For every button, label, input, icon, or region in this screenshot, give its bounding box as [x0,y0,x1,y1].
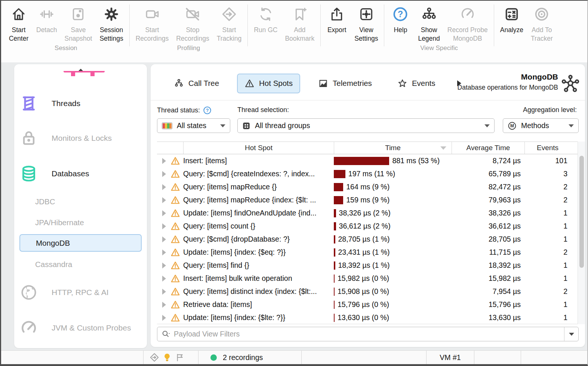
column-header-expander[interactable] [157,142,183,154]
sidebar-item-threads[interactable]: Threads [19,92,142,115]
sidebar-item-cassandra: Cassandra [19,257,142,272]
events-cell: 2 [524,183,570,191]
lightbulb-icon[interactable] [161,353,173,362]
warning-icon [170,248,180,257]
help-icon: ? [392,6,408,22]
toolbar-group: AnalyzeAdd To Tracker [496,1,557,54]
thread-selection-dropdown[interactable]: All thread groups [237,118,495,133]
toolbar-group: Start CenterDetachSave SnapshotSession S… [5,1,127,54]
lock-icon [20,129,38,147]
hot-spot-cell: Update: [items] findOneAndUpdate {ind... [183,209,334,217]
column-header-events[interactable]: Events [524,142,570,154]
table-row[interactable]: Query: [items] count {}36,612 µs (2 %)36… [157,220,579,233]
help-circle-icon[interactable]: ? [203,106,212,115]
expand-row-icon[interactable] [162,184,166,190]
time-cell: 28,705 µs (1 %) [334,235,452,244]
export-button[interactable]: Export [323,1,351,34]
status-segment-empty [474,351,521,364]
sidebar-item-label: Databases [52,169,89,178]
analyze-button[interactable]: Analyze [496,1,527,34]
table-row[interactable]: Query: [items] distinct index {index: {$… [157,285,579,298]
sidebar-item-databases[interactable]: Databases [19,162,142,185]
time-cell: 15,796 µs (0 %) [334,300,452,309]
table-row[interactable]: Retrieve data: [items]15,796 µs (0 %)15,… [157,298,579,311]
app-window: Start CenterDetachSave SnapshotSession S… [0,0,588,366]
table-header: Hot SpotTimeAverage TimeEvents [157,142,579,154]
column-header-hot-spot[interactable]: Hot Spot [183,142,334,154]
events-cell: 2 [524,248,570,257]
table-row[interactable]: Update: [items] {index: {$eq: ?}}23,431 … [157,246,579,259]
column-header-label: Average Time [467,144,510,152]
detach-button: Detach [33,1,61,34]
start-center-button[interactable]: Start Center [5,1,33,43]
session-settings-button[interactable]: Session Settings [96,1,127,43]
table-row[interactable]: Insert: [items]881 ms (53 %)8,724 µs101 [157,154,579,167]
average-time-cell: 18,392 µs [452,261,524,270]
table-row[interactable]: Update: [items] findOneAndUpdate {ind...… [157,207,579,220]
expand-row-icon[interactable] [162,263,166,269]
sidebar-item-label: JPA/Hibernate [35,218,84,227]
table-row[interactable]: Query: [items] find {}18,392 µs (1 %)18,… [157,259,579,272]
main-view-card: Call TreeHot SpotsTelemetriesEvents Mong… [151,64,585,347]
time-cell: 18,392 µs (1 %) [334,261,452,270]
filter-dropdown-button[interactable] [564,327,578,341]
expand-row-icon[interactable] [162,210,166,216]
database-icon [19,164,38,183]
expand-row-icon[interactable] [162,249,166,255]
table-row[interactable]: Query: [items] mapReduce {}164 ms (9 %)8… [157,180,579,193]
table-row[interactable]: Query: [items] mapReduce {index: {$lt: .… [157,193,579,207]
scrollbar-thumb[interactable] [579,156,584,268]
thread-status-dropdown[interactable]: All states [157,118,230,133]
time-bar [334,248,335,257]
hot-spots-table: Hot SpotTimeAverage TimeEvents Insert: [… [157,142,579,324]
time-cell: 23,431 µs (1 %) [334,248,452,257]
table-row[interactable]: Update: [items] {index: {$lte: ?}}13,630… [157,311,579,324]
expand-row-icon[interactable] [162,302,166,308]
expand-row-icon[interactable] [162,223,166,229]
expand-row-icon[interactable] [162,171,166,177]
average-time-cell: 38,326 µs [452,209,524,217]
expand-row-icon[interactable] [162,315,166,321]
sidebar-item-jpa-hibernate: JPA/Hibernate [19,215,142,230]
table-row[interactable]: Query: [$cmd] {createIndexes: ?, index..… [157,167,579,180]
hot-spot-cell: Query: [items] mapReduce {index: {$lt: .… [183,196,334,204]
average-time-cell: 15,982 µs [452,274,524,283]
column-header-time[interactable]: Time [334,142,452,154]
telemetries-icon [318,78,328,89]
tracking-status-icon[interactable] [148,353,161,362]
recording-indicator-dot [210,354,217,361]
detach-icon [39,6,55,22]
events-cell: 1 [524,300,570,309]
table-row[interactable]: Query: [$cmd] {dropDatabase: ?}28,705 µs… [157,233,579,246]
tab-label: Hot Spots [259,79,293,88]
chevron-down-icon [569,124,574,127]
help-button[interactable]: ?Help [387,1,414,34]
expand-row-icon[interactable] [162,236,166,242]
table-row[interactable]: Insert: [items] bulk write operation15,9… [157,272,579,285]
gc-icon [258,6,274,22]
tab-hot-spots[interactable]: Hot Spots [237,74,300,93]
tab-call-tree[interactable]: Call Tree [166,74,227,93]
sidebar-item-label: Threads [52,99,80,108]
payload-filter-input[interactable]: Payload View Filters [157,327,579,341]
expand-row-icon[interactable] [162,276,166,282]
toolbar-divider [384,4,384,46]
warning-icon [170,300,180,310]
chevron-down-icon [220,124,225,127]
show-legend-button[interactable]: Show Legend [414,1,443,43]
thread-selection-value: All thread groups [255,121,310,130]
expand-row-icon[interactable] [162,197,166,203]
tab-events[interactable]: Events [390,74,443,93]
expand-row-icon[interactable] [162,158,166,164]
expand-row-icon[interactable] [162,289,166,295]
sidebar-item-mongodb[interactable]: MongoDB [19,234,142,252]
warning-icon [170,313,180,323]
column-header-average-time[interactable]: Average Time [452,142,524,154]
tab-telemetries[interactable]: Telemetries [311,74,379,93]
flag-icon[interactable] [173,353,186,362]
view-settings-button[interactable]: View Settings [351,1,382,43]
toolbar-button-label: Add Bookmark [285,26,314,43]
events-cell: 1 [524,209,570,217]
aggregation-level-dropdown[interactable]: M Methods [503,118,579,133]
bookmark-icon [292,6,308,22]
